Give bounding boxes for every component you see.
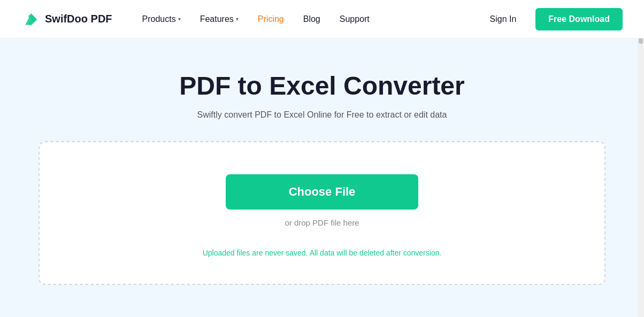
main-content: PDF to Excel Converter Swiftly convert P… [0, 38, 644, 317]
nav-item-pricing[interactable]: Pricing [249, 10, 293, 28]
nav-item-products[interactable]: Products ▾ [134, 10, 189, 28]
hero-subtitle: Swiftly convert PDF to Excel Online for … [21, 110, 623, 120]
scrollbar[interactable] [638, 0, 644, 317]
header: SwifDoo PDF Products ▾ Features ▾ Pricin… [0, 0, 644, 38]
chevron-down-icon: ▾ [236, 16, 239, 22]
nav-item-features[interactable]: Features ▾ [191, 10, 247, 28]
page-title: PDF to Excel Converter [21, 71, 623, 102]
nav-item-support[interactable]: Support [331, 10, 378, 28]
main-nav: Products ▾ Features ▾ Pricing Blog Suppo… [134, 10, 481, 28]
logo[interactable]: SwifDoo PDF [21, 10, 112, 29]
drop-text: or drop PDF file here [285, 218, 359, 227]
nav-item-blog[interactable]: Blog [295, 10, 329, 28]
sign-in-button[interactable]: Sign In [481, 10, 525, 28]
hero-section: PDF to Excel Converter Swiftly convert P… [21, 71, 623, 120]
chevron-down-icon: ▾ [178, 16, 181, 22]
choose-file-button[interactable]: Choose File [226, 174, 418, 210]
header-actions: Sign In Free Download [481, 8, 623, 30]
privacy-note: Uploaded files are never saved. All data… [203, 249, 442, 257]
upload-area[interactable]: Choose File or drop PDF file here Upload… [39, 141, 605, 285]
logo-icon [21, 10, 41, 29]
logo-text: SwifDoo PDF [45, 13, 112, 25]
free-download-button[interactable]: Free Download [535, 8, 623, 30]
